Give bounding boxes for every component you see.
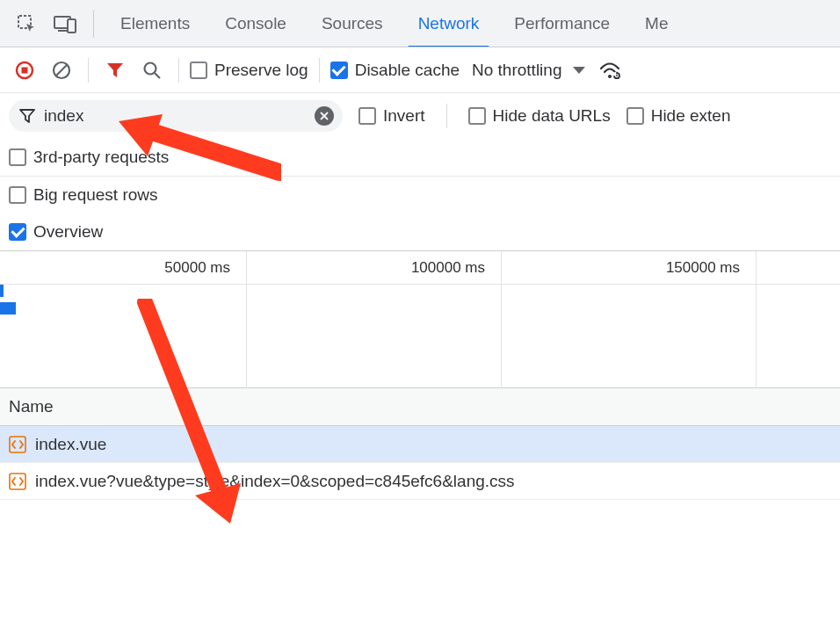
preserve-log-checkbox[interactable]: Preserve log — [190, 61, 308, 80]
checkbox-icon — [626, 107, 644, 125]
filter-row: Invert Hide data URLs Hide exten — [0, 93, 840, 139]
timeline-activity-icon — [0, 285, 16, 315]
separator — [88, 58, 89, 83]
checkbox-icon — [358, 107, 376, 125]
third-party-row: 3rd-party requests — [0, 139, 840, 177]
checkbox-icon — [468, 107, 486, 125]
big-rows-label: Big request rows — [33, 185, 158, 205]
checkbox-icon — [9, 186, 26, 204]
funnel-icon — [19, 108, 35, 124]
search-icon[interactable] — [136, 54, 168, 86]
timeline-tick: 50000 ms — [0, 251, 246, 284]
big-rows-row: Big request rows — [0, 177, 840, 213]
request-name: index.vue?vue&type=style&index=0&scoped=… — [35, 472, 515, 491]
hide-data-urls-label: Hide data URLs — [493, 106, 611, 126]
throttling-dropdown[interactable]: No throttling — [472, 61, 586, 80]
hide-extension-checkbox[interactable]: Hide exten — [626, 106, 731, 126]
timeline-tick — [756, 251, 840, 284]
divider — [93, 10, 94, 38]
checkbox-icon — [9, 148, 26, 166]
request-row[interactable]: index.vue?vue&type=style&index=0&scoped=… — [0, 463, 840, 500]
hide-data-urls-checkbox[interactable]: Hide data URLs — [468, 106, 611, 126]
code-file-icon — [9, 436, 26, 453]
tab-network[interactable]: Network — [401, 0, 497, 47]
filter-text-field[interactable] — [44, 106, 306, 126]
code-file-icon — [9, 473, 26, 490]
invert-label: Invert — [383, 106, 425, 126]
clear-button-icon[interactable] — [46, 54, 77, 86]
timeline-tick: 100000 ms — [246, 251, 501, 284]
record-button-icon[interactable] — [9, 54, 40, 86]
filter-input[interactable] — [9, 100, 343, 132]
chevron-down-icon — [572, 65, 586, 76]
clear-filter-icon[interactable] — [315, 106, 334, 126]
svg-point-10 — [608, 75, 612, 78]
filter-toggle-icon[interactable] — [99, 54, 131, 86]
timeline-body — [0, 285, 840, 388]
timeline-tick: 150000 ms — [501, 251, 756, 284]
overview-checkbox[interactable]: Overview — [9, 222, 103, 242]
svg-point-12 — [617, 75, 619, 76]
separator — [178, 58, 179, 83]
timeline-overview[interactable]: 50000 ms 100000 ms 150000 ms — [0, 250, 840, 387]
separator — [446, 104, 447, 128]
tab-sources[interactable]: Sources — [304, 0, 401, 47]
big-request-rows-checkbox[interactable]: Big request rows — [9, 185, 158, 205]
overview-label: Overview — [33, 222, 103, 242]
checkbox-checked-icon — [330, 61, 348, 79]
timeline-ruler: 50000 ms 100000 ms 150000 ms — [0, 251, 840, 285]
throttling-label: No throttling — [472, 61, 561, 80]
disable-cache-checkbox[interactable]: Disable cache — [330, 61, 460, 80]
svg-line-9 — [155, 73, 160, 78]
inspect-element-icon[interactable] — [7, 0, 46, 47]
request-name: index.vue — [35, 435, 106, 454]
preserve-log-label: Preserve log — [214, 61, 308, 80]
checkbox-checked-icon — [9, 223, 26, 241]
tab-console[interactable]: Console — [207, 0, 304, 47]
svg-point-8 — [145, 62, 156, 74]
overview-row: Overview — [0, 213, 840, 250]
svg-line-7 — [56, 65, 67, 76]
svg-rect-5 — [22, 67, 28, 73]
tab-truncated[interactable]: Me — [627, 0, 685, 47]
svg-rect-3 — [68, 19, 76, 33]
invert-checkbox[interactable]: Invert — [358, 106, 425, 126]
tab-performance[interactable]: Performance — [496, 0, 627, 47]
device-toolbar-icon[interactable] — [46, 0, 84, 47]
tab-elements[interactable]: Elements — [103, 0, 207, 47]
checkbox-icon — [190, 61, 207, 79]
svg-rect-13 — [617, 71, 619, 74]
third-party-checkbox[interactable]: 3rd-party requests — [9, 148, 169, 167]
third-party-label: 3rd-party requests — [33, 148, 169, 167]
separator — [319, 58, 320, 83]
devtools-tabs-bar: Elements Console Sources Network Perform… — [0, 0, 840, 47]
network-conditions-icon[interactable] — [595, 54, 626, 86]
request-row[interactable]: index.vue — [0, 426, 840, 463]
requests-header-name[interactable]: Name — [0, 387, 840, 426]
hide-extension-label: Hide exten — [651, 106, 731, 126]
disable-cache-label: Disable cache — [355, 61, 460, 80]
network-toolbar: Preserve log Disable cache No throttling — [0, 47, 840, 93]
